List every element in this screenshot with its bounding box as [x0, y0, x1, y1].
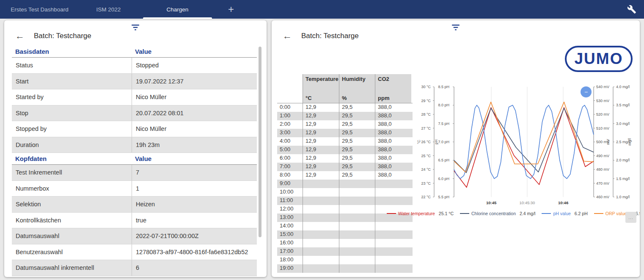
row-label: Kontrollkästchen	[12, 213, 132, 228]
y-axis-tick: 2.0 mg/l	[616, 158, 630, 162]
batch-detail-table: BasisdatenValueStatusStoppedStart19.07.2…	[12, 46, 257, 276]
row-label: Duration	[12, 137, 132, 153]
time-cell: 6:00	[277, 154, 303, 163]
value-cell	[339, 180, 375, 188]
value-cell: 12,9	[303, 137, 339, 146]
value-cell	[303, 213, 339, 222]
value-cell	[339, 213, 375, 222]
scrollbar[interactable]	[259, 47, 261, 237]
table-row: 14:00	[277, 222, 413, 230]
y-axis-title: mg/l	[627, 138, 632, 145]
time-cell: 10:00	[277, 188, 303, 197]
value-cell	[339, 247, 375, 256]
column-header: Humidity%	[339, 74, 375, 103]
y-axis-tick: 470 mV	[596, 181, 609, 186]
value-cell: 388,0	[375, 137, 411, 146]
value-cell: 388,0	[375, 163, 411, 171]
value-cell: 388,0	[375, 120, 411, 129]
back-button[interactable]: ←	[283, 31, 292, 41]
y-axis-tick: 6.0 pH	[438, 177, 449, 181]
time-cell: 13:00	[277, 213, 303, 222]
table-row: SelektionHeizen	[12, 197, 257, 213]
y-axis-tick: 7.5 pH	[438, 122, 449, 126]
row-value: 19h 23m	[132, 137, 257, 153]
top-bar: Erstes Test DashboardISM 2022Chargen +	[0, 0, 644, 19]
row-label: Status	[12, 58, 132, 73]
row-value: 20.07.2022 08:01	[132, 105, 257, 121]
add-tab-button[interactable]: +	[212, 0, 250, 19]
column-unit: ppm	[378, 95, 409, 101]
value-cell	[339, 222, 375, 230]
value-cell	[303, 230, 339, 239]
value-cell: 29,5	[339, 146, 375, 154]
column-header: Temperature°C	[303, 74, 339, 103]
y-axis-tick: 29 °C	[421, 99, 431, 103]
y-axis-tick: 24 °C	[421, 167, 431, 172]
tab-chargen[interactable]: Chargen	[143, 0, 212, 19]
value-cell	[339, 256, 375, 264]
series-water-temperature	[454, 108, 594, 187]
time-cell: 0:00	[277, 103, 303, 112]
legend-value: 2.4 mg/l	[520, 211, 535, 216]
time-column-header	[277, 74, 303, 103]
legend-item-chlorine-concentration[interactable]: Chlorine concentration2.4 mg/l	[460, 211, 535, 216]
value-cell: 29,5	[339, 129, 375, 137]
value-cell: 12,9	[303, 129, 339, 137]
tab-bar: Erstes Test DashboardISM 2022Chargen	[5, 0, 212, 19]
wrench-icon[interactable]	[627, 5, 636, 14]
value-cell: 388,0	[375, 171, 411, 180]
value-cell	[303, 256, 339, 264]
row-value: 1	[132, 181, 257, 197]
table-row: 9:00	[277, 180, 413, 188]
y-axis-tick: 6.5 pH	[438, 158, 449, 162]
legend-label: ORP value	[605, 211, 627, 216]
y-axis-tick: 460 mV	[596, 195, 609, 199]
y-axis-tick: 3.0 mg/l	[616, 122, 630, 126]
page-title: Batch: Testcharge	[301, 32, 359, 40]
y-axis-tick: 510 mV	[596, 126, 609, 130]
row-value: true	[132, 213, 257, 228]
legend-line-swatch	[594, 213, 603, 214]
value-cell	[375, 264, 411, 273]
legend-item-water-temperature[interactable]: Water temperature25.1 °C	[387, 211, 454, 216]
legend-value: 25.1 °C	[439, 211, 454, 216]
tab-ism-2022[interactable]: ISM 2022	[74, 0, 143, 19]
x-axis-label: 10:46	[558, 200, 568, 205]
row-label: Datumsauswahl inkrementell	[12, 260, 132, 276]
row-value: Heizen	[132, 197, 257, 212]
more-button[interactable]: ...	[625, 212, 636, 223]
value-cell: 388,0	[375, 112, 411, 120]
measurement-table: Temperature°CHumidity%CO2ppm0:0012,929,5…	[277, 74, 413, 273]
y-axis-title: °C	[417, 139, 421, 144]
time-cell: 12:00	[277, 205, 303, 213]
chart-legend: Water temperature25.1 °CChlorine concent…	[420, 211, 623, 216]
tab-erstes-test-dashboard[interactable]: Erstes Test Dashboard	[5, 0, 74, 19]
row-value: 12780873-af97-4800-816f-fa6e8312db52	[132, 244, 257, 260]
row-value: 7	[132, 165, 257, 180]
y-axis-tick: 530 mV	[596, 99, 609, 103]
value-cell	[303, 239, 339, 247]
back-button[interactable]: ←	[15, 31, 25, 41]
value-cell: 29,5	[339, 112, 375, 120]
filter-icon[interactable]	[451, 24, 460, 31]
y-axis-tick: 22 °C	[421, 195, 431, 199]
y-axis-tick: 520 mV	[596, 112, 609, 116]
value-cell	[339, 205, 375, 213]
table-row: 16:00	[277, 239, 413, 247]
value-cell: 12,9	[303, 171, 339, 180]
value-cell: 12,9	[303, 103, 339, 112]
value-cell	[303, 222, 339, 230]
filter-icon[interactable]	[131, 24, 140, 31]
time-cell: 19:00	[277, 264, 303, 273]
table-row: Test Inkrementell7	[12, 165, 257, 181]
table-row: Stop20.07.2022 08:01	[12, 105, 257, 122]
legend-line-swatch	[460, 213, 469, 214]
row-value: Stopped	[132, 58, 257, 73]
legend-item-ph-value[interactable]: pH value6.2 pH	[542, 211, 587, 216]
jumo-logo: JUMO	[565, 46, 633, 72]
y-axis-tick: 30 °C	[421, 85, 431, 89]
table-row: Benutzerauswahl12780873-af97-4800-816f-f…	[12, 244, 257, 261]
y-axis-tick: 1.5 mg/l	[616, 177, 630, 181]
value-cell: 12,9	[303, 120, 339, 129]
value-cell	[375, 230, 411, 239]
